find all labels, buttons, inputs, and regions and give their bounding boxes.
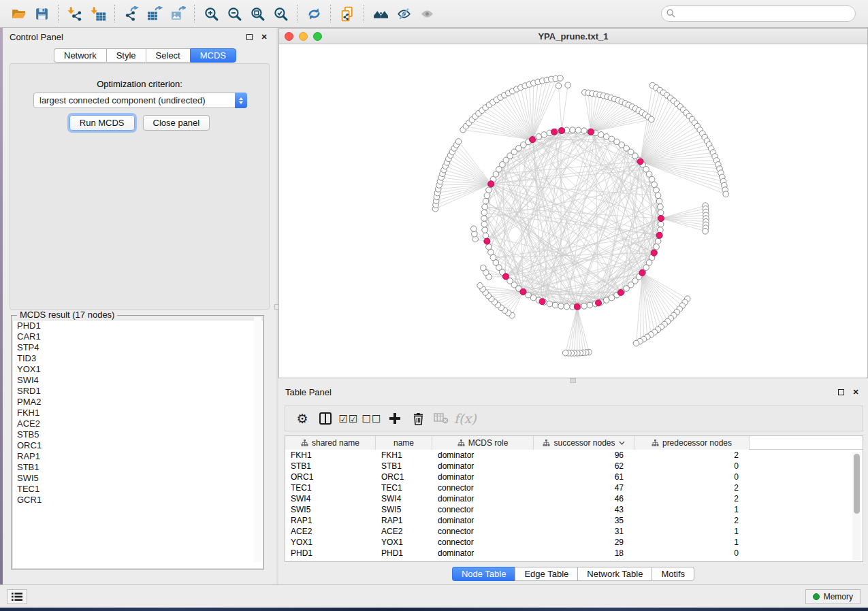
leaf-node[interactable] bbox=[556, 83, 562, 89]
tab-select[interactable]: Select bbox=[146, 48, 190, 63]
mcds-result-item[interactable]: ORC1 bbox=[13, 440, 263, 451]
mcds-result-item[interactable]: CAR1 bbox=[13, 331, 263, 342]
task-history-button[interactable] bbox=[7, 589, 27, 604]
ring-node[interactable] bbox=[481, 210, 487, 216]
ring-node[interactable] bbox=[658, 221, 664, 227]
column-header-successor-nodes[interactable]: successor nodes bbox=[534, 436, 634, 450]
leaf-node[interactable] bbox=[481, 265, 487, 271]
import-table-icon[interactable] bbox=[86, 3, 110, 24]
mcds-node[interactable] bbox=[574, 303, 580, 310]
mcds-result-item[interactable]: SWI5 bbox=[13, 473, 263, 484]
mcds-node[interactable] bbox=[588, 129, 594, 135]
table-row[interactable]: SWI5SWI5connector431 bbox=[285, 504, 863, 515]
table-row[interactable]: YOX1YOX1connector291 bbox=[285, 537, 863, 548]
ring-node[interactable] bbox=[581, 303, 588, 310]
ring-node[interactable] bbox=[598, 132, 605, 138]
mcds-node[interactable] bbox=[656, 232, 662, 238]
refresh-view-icon[interactable] bbox=[302, 3, 325, 24]
mcds-result-item[interactable]: PHD1 bbox=[13, 320, 263, 331]
mcds-node[interactable] bbox=[596, 300, 602, 306]
mcds-node[interactable] bbox=[520, 288, 526, 295]
zoom-out-icon[interactable] bbox=[223, 3, 246, 24]
ring-node[interactable] bbox=[547, 301, 553, 307]
import-network-icon[interactable] bbox=[63, 3, 86, 24]
tab-mcds[interactable]: MCDS bbox=[190, 48, 236, 63]
leaf-node[interactable] bbox=[649, 116, 655, 122]
table-row[interactable]: RAP1RAP1dominator352 bbox=[285, 515, 863, 526]
export-image-icon[interactable] bbox=[166, 3, 189, 24]
mcds-list-scrollbar[interactable] bbox=[254, 317, 261, 562]
mcds-node[interactable] bbox=[639, 270, 645, 276]
memory-button[interactable]: Memory bbox=[805, 589, 861, 604]
mcds-result-list[interactable]: PHD1CAR1STP4TID3YOX1SWI4SRD1PMA2FKH1ACE2… bbox=[12, 320, 263, 569]
leaf-node[interactable] bbox=[723, 191, 729, 197]
ring-node[interactable] bbox=[658, 204, 664, 210]
ring-node[interactable] bbox=[649, 176, 655, 182]
ring-node[interactable] bbox=[581, 128, 588, 134]
mcds-node[interactable] bbox=[637, 159, 643, 165]
select-all-rows-icon[interactable]: ☑☑ bbox=[338, 408, 359, 429]
open-session-icon[interactable] bbox=[7, 3, 30, 24]
leaf-node[interactable] bbox=[562, 350, 568, 356]
mcds-result-item[interactable]: YOX1 bbox=[13, 364, 263, 375]
ring-node[interactable] bbox=[654, 187, 660, 193]
mcds-node[interactable] bbox=[488, 181, 494, 187]
tab-motifs[interactable]: Motifs bbox=[652, 567, 694, 581]
mcds-result-item[interactable]: PMA2 bbox=[13, 397, 263, 408]
ring-node[interactable] bbox=[481, 221, 487, 227]
ring-node[interactable] bbox=[656, 198, 662, 204]
column-header-name[interactable]: name bbox=[376, 436, 432, 450]
mcds-node[interactable] bbox=[651, 250, 657, 256]
ring-node[interactable] bbox=[490, 254, 496, 261]
mcds-node[interactable] bbox=[559, 128, 565, 134]
ring-node[interactable] bbox=[652, 182, 658, 188]
run-mcds-button[interactable]: Run MCDS bbox=[69, 115, 135, 131]
mcds-result-item[interactable]: GCR1 bbox=[13, 495, 263, 506]
mcds-node[interactable] bbox=[658, 216, 664, 222]
table-row[interactable]: STB1STB1dominator620 bbox=[285, 461, 863, 472]
leaf-node[interactable] bbox=[471, 226, 477, 232]
table-row[interactable]: TEC1TEC1connector472 bbox=[285, 482, 863, 493]
ring-node[interactable] bbox=[484, 193, 490, 199]
float-panel-icon[interactable] bbox=[244, 31, 255, 42]
ring-node[interactable] bbox=[486, 187, 492, 193]
ring-node[interactable] bbox=[483, 233, 489, 239]
horizontal-splitter-handle[interactable] bbox=[570, 378, 576, 383]
close-panel-icon[interactable]: ✕ bbox=[259, 31, 270, 42]
mcds-result-item[interactable]: ACE2 bbox=[13, 418, 263, 429]
tab-network-table[interactable]: Network Table bbox=[577, 567, 652, 581]
mcds-result-item[interactable]: STP4 bbox=[13, 342, 263, 353]
criterion-dropdown[interactable]: largest connected component (undirected) bbox=[33, 93, 247, 108]
save-session-icon[interactable] bbox=[30, 3, 53, 24]
ring-node[interactable] bbox=[570, 127, 576, 133]
zoom-fit-icon[interactable] bbox=[246, 3, 269, 24]
mcds-result-item[interactable]: TID3 bbox=[13, 353, 263, 364]
float-table-panel-icon[interactable] bbox=[835, 386, 846, 397]
mcds-result-item[interactable]: SRD1 bbox=[13, 386, 263, 397]
ring-node[interactable] bbox=[552, 302, 558, 308]
ring-node[interactable] bbox=[564, 303, 570, 310]
leaf-node[interactable] bbox=[565, 82, 571, 88]
column-header-MCDS-role[interactable]: MCDS role bbox=[432, 436, 534, 450]
ring-node[interactable] bbox=[658, 210, 664, 216]
column-selector-icon[interactable] bbox=[315, 408, 336, 429]
ring-node[interactable] bbox=[558, 303, 564, 310]
table-row[interactable]: SWI4SWI4dominator462 bbox=[285, 493, 863, 504]
leaf-node[interactable] bbox=[477, 282, 483, 288]
close-table-panel-icon[interactable]: ✕ bbox=[850, 386, 861, 397]
ring-node[interactable] bbox=[488, 249, 494, 255]
table-row[interactable]: FKH1FKH1dominator962 bbox=[285, 450, 863, 461]
tab-network[interactable]: Network bbox=[54, 48, 106, 63]
ring-node[interactable] bbox=[609, 295, 615, 301]
find-binoculars-icon[interactable] bbox=[369, 3, 392, 24]
mcds-node[interactable] bbox=[530, 137, 536, 143]
network-from-selection-icon[interactable] bbox=[336, 3, 359, 24]
table-scrollbar-thumb[interactable] bbox=[854, 454, 860, 514]
delete-row-icon[interactable] bbox=[408, 408, 428, 429]
mcds-result-item[interactable]: FKH1 bbox=[13, 408, 263, 418]
table-row[interactable]: PHD1PHD1dominator180 bbox=[285, 548, 863, 559]
mcds-result-item[interactable]: RAP1 bbox=[13, 451, 263, 462]
zoom-in-icon[interactable] bbox=[199, 3, 223, 24]
mcds-result-item[interactable]: SWI4 bbox=[13, 375, 263, 386]
column-header-shared-name[interactable]: shared name bbox=[285, 436, 376, 450]
